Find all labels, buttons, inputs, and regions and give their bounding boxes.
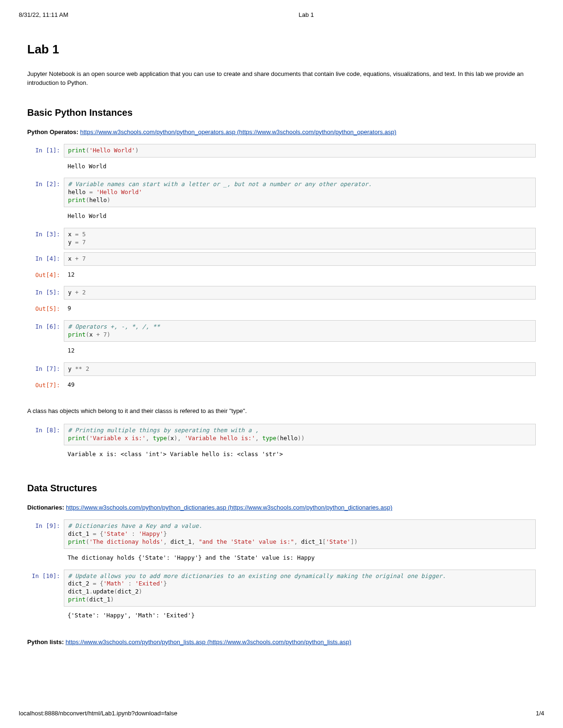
cell-4-in-prompt: In [4]:	[27, 252, 64, 266]
reference-dictionaries: Dictionaries: https://www.w3schools.com/…	[27, 504, 536, 511]
cell-9-in-prompt: In [9]:	[27, 519, 64, 549]
cell-7-in-prompt: In [7]:	[27, 362, 64, 376]
cell-4-input: In [4]: x + 7	[27, 252, 536, 266]
cell-8-stdout-text: Variable x is: <class 'int'> Variable he…	[64, 448, 536, 463]
cell-7-out-prompt: Out[7]:	[27, 379, 64, 394]
reference-dictionaries-link[interactable]: https://www.w3schools.com/python/python_…	[66, 504, 392, 511]
cell-8-input: In [8]: # Printing multiple things by se…	[27, 424, 536, 445]
reference-operators: Python Operatos: https://www.w3schools.c…	[27, 128, 536, 135]
cell-4-output: Out[4]: 12	[27, 269, 536, 284]
cell-5-out-prompt: Out[5]:	[27, 302, 64, 317]
cell-2-code: # Variable names can start with a letter…	[64, 178, 536, 207]
cell-6-code: # Operators +, -, *, /, ** print(x + 7)	[64, 320, 536, 342]
cell-9-code: # Dictionaries have a Key and a value. d…	[64, 519, 536, 549]
cell-1-code: print('Hello World')	[64, 144, 536, 158]
reference-lists-link[interactable]: https://www.w3schools.com/python/python_…	[66, 638, 351, 645]
cell-2-input: In [2]: # Variable names can start with …	[27, 178, 536, 207]
cell-3-code: x = 5 y = 7	[64, 228, 536, 249]
cell-2-in-prompt: In [2]:	[27, 178, 64, 207]
cell-7-input: In [7]: y ** 2	[27, 362, 536, 376]
cell-10-stdout-text: {'State': 'Happy', 'Math': 'Exited'}	[64, 609, 536, 624]
notebook-cells: In [1]: print('Hello World') Hello World…	[27, 144, 536, 394]
cell-6-input: In [6]: # Operators +, -, *, /, ** print…	[27, 320, 536, 342]
cell-5-result: 9	[64, 302, 536, 317]
reference-dictionaries-label: Dictionaries:	[27, 504, 64, 511]
cell-1-in-prompt: In [1]:	[27, 144, 64, 158]
cell-1-stdout: Hello World	[27, 160, 536, 175]
notebook-cells-2: In [8]: # Printing multiple things by se…	[27, 424, 536, 463]
cell-8-stdout: Variable x is: <class 'int'> Variable he…	[27, 448, 536, 463]
page-h1: Lab 1	[27, 42, 536, 57]
cell-5-in-prompt: In [5]:	[27, 286, 64, 300]
reference-lists: Python lists: https://www.w3schools.com/…	[27, 638, 536, 645]
cell-10-in-prompt: In [10]:	[27, 570, 64, 607]
cell-7-output: Out[7]: 49	[27, 379, 536, 394]
section-basic-heading: Basic Python Instances	[27, 107, 536, 118]
print-datetime: 8/31/22, 11:11 AM	[19, 11, 68, 18]
cell-7-result: 49	[64, 379, 536, 394]
cell-8-in-prompt: In [8]:	[27, 424, 64, 445]
print-url: localhost:8888/nbconvert/html/Lab1.ipynb…	[19, 710, 177, 717]
cell-7-code: y ** 2	[64, 362, 536, 376]
notebook-cells-3: In [9]: # Dictionaries have a Key and a …	[27, 519, 536, 624]
reference-operators-label: Python Operatos:	[27, 128, 78, 135]
cell-3-in-prompt: In [3]:	[27, 228, 64, 249]
cell-5-code: y + 2	[64, 286, 536, 300]
cell-3-input: In [3]: x = 5 y = 7	[27, 228, 536, 249]
cell-9-stdout: The dictionay holds {'State': 'Happy'} a…	[27, 552, 536, 567]
cell-10-code: # Update allows you to add more dictiona…	[64, 570, 536, 607]
cell-5-input: In [5]: y + 2	[27, 286, 536, 300]
cell-2-stdout-text: Hello World	[64, 210, 536, 225]
cell-1-stdout-text: Hello World	[64, 160, 536, 175]
cell-4-code: x + 7	[64, 252, 536, 266]
cell-8-code: # Printing multiple things by seperating…	[64, 424, 536, 445]
intro-paragraph: Jupyter Notebook is an open source web a…	[27, 70, 536, 88]
cell-10-input: In [10]: # Update allows you to add more…	[27, 570, 536, 607]
cell-6-in-prompt: In [6]:	[27, 320, 64, 342]
page-body: Lab 1 Jupyter Notebook is an open source…	[0, 0, 563, 691]
cell-1-input: In [1]: print('Hello World')	[27, 144, 536, 158]
print-page: 1/4	[536, 710, 544, 717]
cell-9-stdout-text: The dictionay holds {'State': 'Happy'} a…	[64, 552, 536, 567]
cell-5-output: Out[5]: 9	[27, 302, 536, 317]
cell-6-stdout: 12	[27, 345, 536, 360]
reference-operators-link[interactable]: https://www.w3schools.com/python/python_…	[80, 128, 396, 135]
print-title: Lab 1	[298, 11, 314, 18]
cell-6-stdout-text: 12	[64, 345, 536, 360]
print-footer: localhost:8888/nbconvert/html/Lab1.ipynb…	[19, 710, 544, 717]
class-note: A class has objects which belong to it a…	[27, 407, 536, 416]
cell-9-input: In [9]: # Dictionaries have a Key and a …	[27, 519, 536, 549]
cell-4-result: 12	[64, 269, 536, 284]
cell-10-stdout: {'State': 'Happy', 'Math': 'Exited'}	[27, 609, 536, 624]
section-data-structures-heading: Data Structures	[27, 483, 536, 494]
reference-lists-label: Python lists:	[27, 638, 64, 645]
print-header: 8/31/22, 11:11 AM Lab 1	[19, 11, 544, 18]
cell-4-out-prompt: Out[4]:	[27, 269, 64, 284]
cell-2-stdout: Hello World	[27, 210, 536, 225]
